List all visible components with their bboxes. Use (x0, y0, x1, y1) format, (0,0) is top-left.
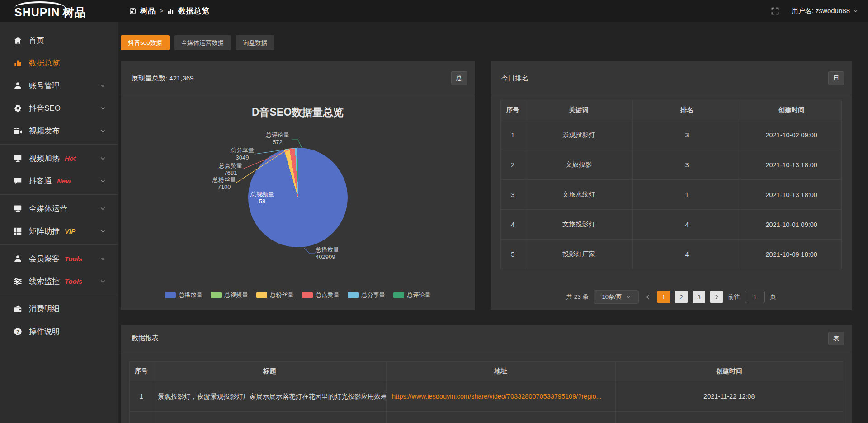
sidebar-item-label: 操作说明 (29, 326, 60, 337)
sidebar-item-video-publish[interactable]: 视频发布 (0, 119, 118, 142)
column-header: 标题 (153, 362, 387, 381)
legend-label: 总播放量 (179, 291, 203, 299)
pie-label-plays: 总播放量 402909 (316, 246, 365, 261)
table-cell: 文旅投影 (525, 150, 632, 180)
sidebar-item-label: 视频发布 (29, 126, 60, 136)
question-icon: ? (14, 327, 22, 336)
chevron-down-icon (626, 295, 631, 299)
top-header: SHUPIN树品 树品 > 数据总览 用户名: zswodun88 (0, 0, 868, 22)
table-cell: 景观投影灯 (525, 120, 632, 150)
table-header-row: 序号标题地址创建时间 (130, 362, 843, 381)
sidebar-item-matrix-boost[interactable]: 矩阵助推VIP (0, 220, 118, 242)
sidebar-item-media-operation[interactable]: 全媒体运营 (0, 197, 118, 220)
person-icon (14, 254, 22, 263)
legend-item[interactable]: 总粉丝量 (256, 291, 294, 299)
table-cell: 1 (632, 180, 741, 210)
chart-icon (14, 59, 22, 67)
video-url-link[interactable]: https://www.iesdouyin.com/share/video/70… (392, 393, 602, 400)
table-row: 5投影灯厂家42021-10-09 18:00 (501, 240, 842, 269)
total-toggle-button[interactable]: 总 (451, 71, 467, 85)
sidebar-divider (0, 144, 118, 145)
table-row: 4文旅投影灯42021-10-01 09:00 (501, 210, 842, 240)
tab-inquiry-data[interactable]: 询盘数据 (236, 35, 274, 50)
table-cell (615, 412, 843, 423)
sidebar-item-video-heat[interactable]: 视频加热Hot (0, 147, 118, 169)
sidebar-item-label: 数据总览 (29, 58, 60, 68)
data-tabs: 抖音seo数据全媒体运营数据询盘数据 (121, 35, 852, 50)
sidebar-divider (0, 295, 118, 295)
chart-title: D音SEO数据量总览 (121, 105, 475, 119)
sidebar-item-label: 账号管理 (29, 80, 60, 91)
table-row (130, 412, 843, 423)
table-cell: 2 (501, 150, 525, 180)
tab-douyin-seo-data[interactable]: 抖音seo数据 (121, 35, 170, 50)
table-cell: 2021-10-13 18:00 (741, 150, 842, 180)
report-panel-header: 数据报表 表 (121, 325, 852, 352)
goto-page-input[interactable] (745, 291, 765, 303)
sidebar-item-operation-guide[interactable]: ?操作说明 (0, 320, 118, 343)
day-toggle-button[interactable]: 日 (828, 71, 844, 85)
next-page-button[interactable] (710, 291, 723, 303)
legend-item[interactable]: 总视频量 (211, 291, 248, 299)
monitor-icon (14, 204, 22, 213)
pie-label-likes: 总点赞量 7681 (210, 162, 251, 177)
data-report-panel: 数据报表 表 序号标题地址创建时间 1景观投影灯，夜游景观投影灯厂家展示展示落花… (121, 325, 852, 423)
logo-en: SHUPIN (14, 6, 60, 19)
pie-label-comments: 总评论量 572 (257, 132, 298, 146)
sidebar-item-home[interactable]: 首页 (0, 29, 118, 52)
tab-media-operation-data[interactable]: 全媒体运营数据 (174, 35, 231, 50)
fullscreen-icon[interactable] (771, 7, 779, 15)
user-icon (14, 81, 22, 90)
breadcrumb-current[interactable]: 数据总览 (178, 6, 209, 16)
legend-item[interactable]: 总播放量 (165, 291, 203, 299)
column-header: 创建时间 (615, 362, 843, 381)
column-header: 序号 (501, 100, 525, 120)
logo-text: SHUPIN树品 (14, 5, 86, 20)
page-button-3[interactable]: 3 (693, 291, 705, 303)
table-cell: 2021-10-01 09:00 (741, 210, 842, 240)
chevron-down-icon (100, 178, 106, 184)
page-button-1[interactable]: 1 (657, 291, 670, 303)
table-header-row: 序号关键词排名创建时间 (501, 100, 842, 120)
column-header: 关键词 (525, 100, 632, 120)
table-cell (387, 412, 616, 423)
table-cell: 2021-10-13 18:00 (741, 180, 842, 210)
ranking-panel-title: 今日排名 (501, 74, 528, 83)
breadcrumb-root[interactable]: 树品 (140, 6, 156, 16)
legend-swatch (256, 292, 267, 298)
legend-item[interactable]: 总点赞量 (302, 291, 340, 299)
sidebar-item-member-baoke[interactable]: 会员爆客Tools (0, 247, 118, 270)
chevron-down-icon (100, 105, 106, 111)
home-icon (14, 36, 22, 45)
table-cell (130, 412, 153, 423)
badge-hot: Hot (65, 155, 76, 162)
app-grid-icon (129, 8, 136, 14)
sidebar-item-label: 全媒体运营 (29, 203, 67, 214)
sidebar-divider (0, 244, 118, 245)
sidebar-item-account-manage[interactable]: 账号管理 (0, 74, 118, 97)
chevron-down-icon (100, 256, 106, 262)
legend-item[interactable]: 总评论量 (393, 291, 431, 299)
table-cell: 4 (632, 210, 741, 240)
impressions-total-label: 展现量总数: 421,369 (132, 74, 194, 83)
wallet-icon (14, 305, 22, 313)
page-size-select[interactable]: 10条/页 (594, 290, 639, 304)
sidebar-item-clue-monitor[interactable]: 线索监控Tools (0, 270, 118, 292)
prev-page-button[interactable] (644, 294, 652, 300)
today-ranking-panel: 今日排名 日 序号关键词排名创建时间 1景观投影灯32021-10-02 09:… (491, 61, 852, 310)
table-toggle-button[interactable]: 表 (828, 332, 844, 345)
sidebar-item-label: 矩阵助推 (29, 226, 60, 236)
legend-item[interactable]: 总分享量 (348, 291, 385, 299)
header-right: 用户名: zswodun88 (771, 7, 868, 15)
sidebar-item-douyin-seo[interactable]: 抖音SEO (0, 97, 118, 119)
badge-vip: VIP (65, 227, 75, 235)
sidebar-item-data-overview[interactable]: 数据总览 (0, 52, 118, 74)
table-cell: 文旅投影灯 (525, 210, 632, 240)
sidebar-item-consume-detail[interactable]: 消费明细 (0, 297, 118, 320)
ranking-table: 序号关键词排名创建时间 1景观投影灯32021-10-02 09:002文旅投影… (500, 100, 842, 269)
legend-label: 总视频量 (225, 291, 248, 299)
user-menu[interactable]: 用户名: zswodun88 (792, 7, 858, 15)
sidebar-item-douketong[interactable]: 抖客通New (0, 169, 118, 192)
page-button-2[interactable]: 2 (675, 291, 688, 303)
chart-legend: 总播放量总视频量总粉丝量总点赞量总分享量总评论量 (121, 291, 475, 299)
